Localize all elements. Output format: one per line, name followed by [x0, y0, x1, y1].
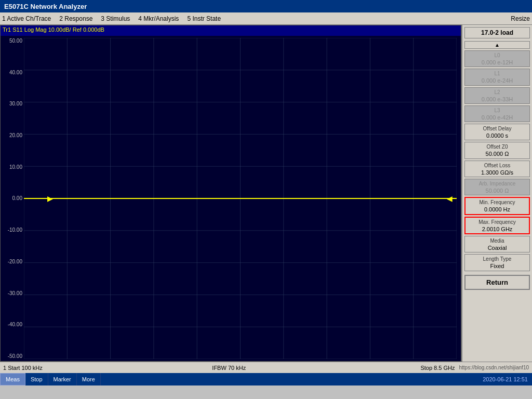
- param-l3-value: 0.000 e-42H: [466, 114, 528, 121]
- param-media-label: Media: [466, 237, 528, 244]
- resize-button[interactable]: Resize: [511, 15, 530, 22]
- param-media-value: Coaxial: [466, 244, 528, 251]
- status-stop: Stop 8.5 GHz: [304, 365, 455, 371]
- y-label-50: 50.00: [1, 38, 24, 44]
- param-l2-value: 0.000 e-33H: [466, 96, 528, 103]
- y-label-n40: -40.00: [1, 322, 24, 327]
- status-start: 1 Start 100 kHz: [3, 365, 154, 371]
- param-offset-delay-value: 0.0000 s: [466, 132, 528, 139]
- param-l3-label: L3: [466, 107, 528, 114]
- param-arb-impedance-value: 50.000 Ω: [466, 187, 528, 194]
- param-offset-z0-label: Offset Z0: [466, 143, 528, 150]
- y-label-n10: -10.00: [1, 227, 24, 233]
- grid-area: ▶ ◀: [24, 38, 457, 359]
- param-l0-label: L0: [466, 52, 528, 59]
- watermark-url: https://blog.csdn.net/shijianf10: [459, 365, 529, 370]
- menu-bar: 1 Active Ch/Trace 2 Response 3 Stimulus …: [0, 12, 532, 25]
- param-l3[interactable]: L3 0.000 e-42H: [464, 105, 530, 122]
- param-offset-loss[interactable]: Offset Loss 1.3000 GΩ/s: [464, 161, 530, 177]
- param-l2-label: L2: [466, 89, 528, 96]
- param-min-frequency[interactable]: Min. Frequency 0.0000 Hz: [464, 197, 530, 215]
- bottom-marker-button[interactable]: Marker: [48, 373, 77, 385]
- title-bar: E5071C Network Analyzer: [0, 0, 532, 12]
- return-button[interactable]: Return: [464, 275, 530, 290]
- status-bar: 1 Start 100 kHz IFBW 70 kHz Stop 8.5 GHz…: [0, 362, 532, 373]
- param-max-frequency-value: 2.0010 GHz: [467, 225, 528, 233]
- menu-mkr-analysis[interactable]: 4 Mkr/Analysis: [138, 15, 179, 22]
- timestamp: 2020-06-21 12:51: [483, 376, 528, 382]
- param-arb-impedance-label: Arb. Impedance: [466, 180, 528, 187]
- param-length-type[interactable]: Length Type Fixed: [464, 254, 530, 271]
- param-offset-delay[interactable]: Offset Delay 0.0000 s: [464, 124, 530, 140]
- y-label-20: 20.00: [1, 132, 24, 138]
- bottom-more-button[interactable]: More: [77, 373, 101, 385]
- param-l0[interactable]: L0 0.000 e-12H: [464, 50, 530, 67]
- app-title: E5071C Network Analyzer: [4, 3, 87, 10]
- param-l1[interactable]: L1 0.000 e-24H: [464, 69, 530, 85]
- param-media[interactable]: Media Coaxial: [464, 236, 530, 252]
- y-label-n30: -30.00: [1, 290, 24, 296]
- main-area: Tr1 S11 Log Mag 10.00dB/ Ref 0.000dB 50.…: [0, 25, 532, 362]
- param-offset-z0[interactable]: Offset Z0 50.000 Ω: [464, 142, 530, 158]
- timestamp-area: 2020-06-21 12:51: [101, 373, 532, 385]
- param-max-frequency[interactable]: Max. Frequency 2.0010 GHz: [464, 217, 530, 234]
- y-label-0: 0.00: [1, 195, 24, 201]
- y-axis-labels: 50.00 40.00 30.00 20.00 10.00 0.00 -10.0…: [1, 36, 24, 361]
- panel-title-button[interactable]: 17.0-2 load: [464, 27, 530, 38]
- status-ifbw: IFBW 70 kHz: [154, 365, 304, 371]
- chart-header: Tr1 S11 Log Mag 10.00dB/ Ref 0.000dB: [1, 25, 461, 36]
- param-offset-delay-label: Offset Delay: [466, 125, 528, 132]
- bottom-meas-button[interactable]: Meas: [0, 373, 25, 385]
- param-arb-impedance[interactable]: Arb. Impedance 50.000 Ω: [464, 179, 530, 195]
- y-label-n20: -20.00: [1, 259, 24, 264]
- y-label-40: 40.00: [1, 70, 24, 75]
- menu-stimulus[interactable]: 3 Stimulus: [101, 15, 130, 22]
- param-l1-value: 0.000 e-24H: [466, 77, 528, 84]
- param-l0-value: 0.000 e-12H: [466, 59, 528, 66]
- param-l2[interactable]: L2 0.000 e-33H: [464, 87, 530, 104]
- y-label-30: 30.00: [1, 101, 24, 107]
- param-length-type-label: Length Type: [466, 256, 528, 262]
- param-offset-z0-value: 50.000 Ω: [466, 150, 528, 157]
- bottom-stop-button[interactable]: Stop: [25, 373, 48, 385]
- y-label-10: 10.00: [1, 164, 24, 170]
- scroll-up-button[interactable]: ▲: [464, 41, 530, 49]
- param-offset-loss-label: Offset Loss: [466, 162, 528, 169]
- grid-svg: [24, 38, 457, 359]
- param-min-frequency-label: Min. Frequency: [467, 199, 528, 206]
- y-label-n50: -50.00: [1, 353, 24, 359]
- menu-response[interactable]: 2 Response: [59, 15, 92, 22]
- menu-active-ch[interactable]: 1 Active Ch/Trace: [2, 15, 51, 22]
- param-max-frequency-label: Max. Frequency: [467, 219, 528, 225]
- bottom-bar: Meas Stop Marker More 2020-06-21 12:51: [0, 373, 532, 385]
- param-l1-label: L1: [466, 70, 528, 77]
- chart-area: Tr1 S11 Log Mag 10.00dB/ Ref 0.000dB 50.…: [0, 25, 461, 362]
- param-offset-loss-value: 1.3000 GΩ/s: [466, 169, 528, 176]
- right-panel: 17.0-2 load ▲ L0 0.000 e-12H L1 0.000 e-…: [461, 25, 532, 362]
- right-marker-arrow: ◀: [447, 194, 453, 203]
- menu-instr-state[interactable]: 5 Instr State: [187, 15, 221, 22]
- left-marker-arrow: ▶: [47, 194, 53, 203]
- chart-canvas: 50.00 40.00 30.00 20.00 10.00 0.00 -10.0…: [1, 36, 461, 361]
- param-length-type-value: Fixed: [466, 262, 528, 270]
- param-min-frequency-value: 0.0000 Hz: [467, 206, 528, 213]
